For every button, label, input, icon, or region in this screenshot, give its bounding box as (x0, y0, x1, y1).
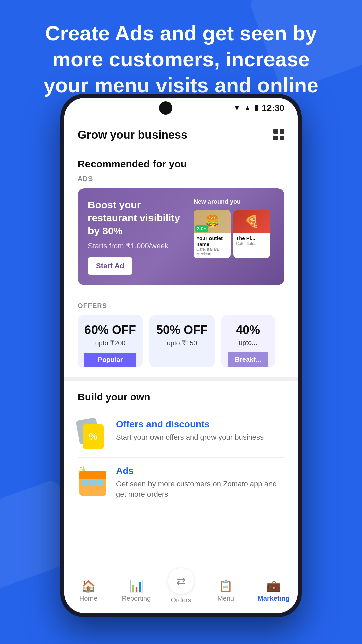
nav-home[interactable]: 🏠 Home (72, 579, 105, 602)
outlet1-image: 🍔 3.0+ (194, 210, 231, 233)
offer-card-3[interactable]: 40% upto... Breakf... (221, 315, 275, 367)
ads-label: ADS (78, 175, 284, 183)
offer-3-tag: Breakf... (228, 352, 268, 367)
status-bar: ▼ ▲ ▮ 12:30 (64, 98, 298, 118)
outlet1-type: Cafe, Italian, Mexican (196, 247, 228, 256)
build-item-ads-content: Ads Get seen by more customers on Zomato… (116, 466, 284, 500)
offer-2-percent: 50% OFF (156, 323, 208, 337)
page-title: Grow your business (78, 128, 187, 141)
nav-marketing-label: Marketing (258, 595, 289, 602)
ad-card[interactable]: Boost your restaurant visibility by 80% … (78, 188, 284, 285)
phone-shell: ▼ ▲ ▮ 12:30 Grow your business Recommend… (60, 94, 302, 617)
recommended-title: Recommended for you (78, 158, 284, 170)
start-ad-button[interactable]: Start Ad (88, 257, 132, 275)
build-item-offers[interactable]: % Offers and discounts Start your own of… (78, 411, 284, 458)
offers-item-title: Offers and discounts (116, 419, 264, 430)
offer-card-1[interactable]: 60% OFF upto ₹200 Popular (78, 315, 143, 367)
menu-icon: 📋 (219, 579, 233, 593)
phone-container: ▼ ▲ ▮ 12:30 Grow your business Recommend… (60, 94, 302, 617)
outlet2-image: 🍕 (233, 210, 270, 233)
wifi-icon: ▼ (233, 104, 241, 112)
offers-section: OFFERS 60% OFF upto ₹200 Popular 50% OFF… (64, 299, 298, 377)
reporting-icon: 📊 (129, 579, 143, 593)
nav-menu-label: Menu (217, 595, 234, 602)
store-graphic (79, 471, 106, 496)
signal-icon: ▲ (244, 104, 251, 112)
offers-item-desc: Start your own offers and grow your busi… (116, 432, 264, 443)
offer-1-tag: Popular (84, 353, 136, 367)
ad-card-subtitle: Starts from ₹1,000/week (88, 241, 187, 250)
build-item-offers-content: Offers and discounts Start your own offe… (116, 419, 264, 443)
home-icon: 🏠 (81, 579, 96, 593)
offer-3-percent: 40% (236, 323, 260, 337)
marketing-icon: 💼 (266, 579, 281, 593)
bottom-nav: 🏠 Home 📊 Reporting ⇄ Orders 📋 Menu (64, 570, 298, 613)
phone-content[interactable]: Recommended for you ADS Boost your resta… (64, 148, 298, 570)
outlet2-info: The Pi... Cafe, Itali... (233, 233, 270, 248)
ads-item-title: Ads (116, 466, 284, 476)
outlet1-info: Your outlet name Cafe, Italian, Mexican (194, 233, 231, 258)
offers-icon: % (78, 419, 108, 449)
nav-home-label: Home (79, 595, 97, 602)
offers-label: OFFERS (78, 302, 284, 310)
outlet1-name: Your outlet name (196, 235, 228, 247)
ad-preview-label: New around you (194, 198, 274, 205)
nav-orders[interactable]: ⇄ Orders (168, 578, 194, 604)
offers-scroll[interactable]: 60% OFF upto ₹200 Popular 50% OFF upto ₹… (78, 315, 284, 367)
camera-notch (159, 101, 172, 115)
outlet1-rating: 3.0+ (195, 225, 208, 232)
orders-icon: ⇄ (176, 574, 186, 588)
battery-icon: ▮ (255, 104, 259, 112)
ad-preview-outlet1: 🍔 3.0+ Your outlet name Cafe, Italian, M… (194, 210, 231, 258)
ad-card-left: Boost your restaurant visibility by 80% … (88, 198, 187, 275)
recommended-section: Recommended for you ADS Boost your resta… (64, 148, 298, 299)
phone-inner: ▼ ▲ ▮ 12:30 Grow your business Recommend… (64, 98, 298, 613)
outlet2-type: Cafe, Itali... (236, 241, 267, 246)
nav-menu[interactable]: 📋 Menu (209, 579, 242, 602)
offer-2-upto: upto ₹150 (167, 339, 197, 347)
ad-preview-cards: 🍔 3.0+ Your outlet name Cafe, Italian, M… (194, 210, 274, 258)
nav-reporting[interactable]: 📊 Reporting (120, 579, 153, 602)
status-bar-right: ▼ ▲ ▮ 12:30 (233, 103, 284, 113)
ads-icon: ✨ (78, 466, 108, 496)
nav-marketing[interactable]: 💼 Marketing (257, 579, 290, 602)
build-title: Build your own (78, 391, 284, 403)
ad-card-title: Boost your restaurant visibility by 80% (88, 198, 187, 237)
offer-1-upto: upto ₹200 (95, 339, 126, 347)
ad-card-right: New around you 🍔 3.0+ Your outlet name (194, 198, 274, 275)
app-header: Grow your business (64, 118, 298, 148)
time-display: 12:30 (262, 103, 285, 113)
section-separator (64, 377, 298, 381)
ads-item-desc: Get seen by more customers on Zomato app… (116, 479, 284, 500)
outlet2-name: The Pi... (236, 235, 267, 241)
build-item-ads[interactable]: ✨ (78, 458, 284, 508)
build-section: Build your own % Offers and discounts St… (64, 381, 298, 518)
offer-card-2[interactable]: 50% OFF upto ₹150 (149, 315, 215, 367)
grid-menu-button[interactable] (273, 129, 284, 140)
offer-3-upto: upto... (239, 339, 257, 347)
nav-orders-label: Orders (171, 596, 191, 604)
offer-1-percent: 60% OFF (84, 323, 136, 337)
ad-preview-outlet2: 🍕 The Pi... Cafe, Itali... (233, 210, 270, 258)
orders-center-button[interactable]: ⇄ (168, 568, 194, 594)
nav-reporting-label: Reporting (122, 595, 151, 602)
